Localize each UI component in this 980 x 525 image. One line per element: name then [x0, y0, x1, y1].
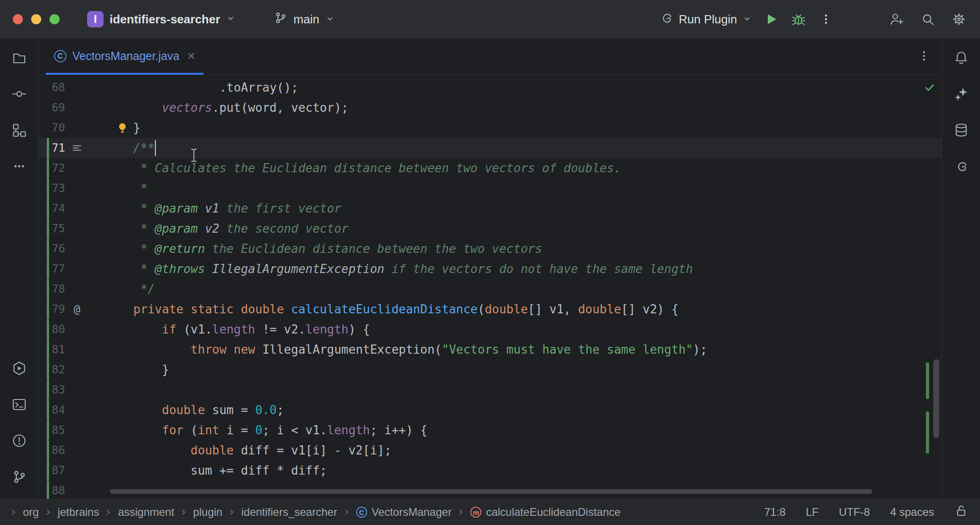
line-number[interactable]: 74 [50, 202, 65, 215]
project-tool-button[interactable] [9, 48, 29, 68]
vcs-change-marker[interactable] [47, 440, 49, 460]
run-config-selector[interactable]: Run Plugin [659, 11, 752, 28]
line-number[interactable]: 72 [50, 162, 65, 175]
breadcrumb-class[interactable]: CVectorsManager [356, 506, 452, 519]
code-line-79[interactable]: 79@ private static double calculateEucli… [39, 299, 941, 319]
annotation-gutter-icon[interactable]: @ [65, 303, 89, 316]
vcs-change-marker[interactable] [47, 460, 49, 481]
version-control-tool-button[interactable] [9, 467, 29, 487]
branch-widget[interactable]: main [274, 11, 334, 28]
breadcrumb-item[interactable]: org [23, 506, 39, 519]
code-line-84[interactable]: 84 double sum = 0.0; [39, 400, 941, 420]
vcs-change-marker[interactable] [47, 178, 49, 198]
vcs-change-marker[interactable] [47, 198, 49, 219]
close-window-button[interactable] [13, 14, 23, 24]
code-line-83[interactable]: 83 [39, 380, 941, 400]
code-line-73[interactable]: 73 * [39, 178, 941, 198]
line-number[interactable]: 83 [50, 383, 65, 396]
indent-widget[interactable]: 4 spaces [890, 506, 934, 519]
intention-bulb-icon[interactable] [116, 122, 128, 137]
encoding-widget[interactable]: UTF-8 [839, 506, 870, 519]
line-number[interactable]: 70 [50, 121, 65, 134]
terminal-tool-button[interactable] [9, 395, 29, 415]
gradle-tool-button[interactable] [951, 157, 971, 177]
line-number[interactable]: 77 [50, 262, 65, 275]
code-line-81[interactable]: 81 throw new IllegalArgumentException("V… [39, 339, 941, 360]
code-line-78[interactable]: 78 */ [39, 279, 941, 299]
code-line-76[interactable]: 76 * @return the Euclidean distance betw… [39, 239, 941, 259]
settings-gear-button[interactable] [949, 9, 969, 29]
editor-tab-vectorsmanager[interactable]: C VectorsManager.java × [46, 39, 204, 75]
vcs-change-marker[interactable] [47, 239, 49, 259]
fullscreen-window-button[interactable] [50, 14, 60, 24]
code-with-me-button[interactable] [886, 9, 907, 29]
code-line-86[interactable]: 86 double diff = v1[i] - v2[i]; [39, 440, 941, 460]
minimize-window-button[interactable] [31, 14, 41, 24]
code-line-75[interactable]: 75 * @param v2 the second vector [39, 219, 941, 239]
line-number[interactable]: 75 [50, 222, 65, 235]
line-number[interactable]: 80 [50, 323, 65, 336]
run-button[interactable] [761, 9, 781, 29]
line-number[interactable]: 71 [50, 142, 65, 154]
code-line-71[interactable]: 71 /** [39, 138, 941, 158]
code-line-70[interactable]: 70 } [39, 118, 941, 138]
line-number[interactable]: 85 [50, 424, 65, 437]
breadcrumb-item[interactable]: jetbrains [58, 506, 99, 519]
more-tools-button[interactable] [9, 157, 29, 177]
search-everywhere-button[interactable] [918, 9, 938, 29]
breadcrumb-item[interactable]: VectorsManager [372, 506, 452, 519]
commit-tool-button[interactable] [9, 84, 29, 104]
tab-options-kebab-icon[interactable] [918, 49, 930, 64]
vcs-change-marker[interactable] [47, 279, 49, 299]
database-tool-button[interactable] [951, 120, 971, 141]
line-number[interactable]: 78 [50, 283, 65, 295]
line-separator-widget[interactable]: LF [806, 506, 819, 519]
tab-close-icon[interactable]: × [187, 50, 195, 62]
code-line-85[interactable]: 85 for (int i = 0; i < v1.length; i++) { [39, 420, 941, 440]
vertical-scrollbar[interactable] [933, 359, 939, 438]
line-number[interactable]: 87 [50, 464, 65, 477]
vcs-change-marker[interactable] [47, 138, 49, 158]
breadcrumb-item[interactable]: assignment [118, 506, 174, 519]
code-line-82[interactable]: 82 } [39, 360, 941, 380]
vcs-change-marker[interactable] [47, 481, 49, 499]
line-number[interactable]: 86 [50, 444, 65, 457]
line-number[interactable]: 81 [50, 343, 65, 356]
vcs-change-marker[interactable] [47, 400, 49, 420]
breadcrumb-item[interactable]: calculateEuclideanDistance [486, 506, 621, 519]
project-widget[interactable]: I identifiers-searcher [87, 11, 235, 27]
line-number[interactable]: 88 [50, 484, 65, 497]
code-line-77[interactable]: 77 * @throws IllegalArgumentException if… [39, 259, 941, 279]
analysis-change-marker[interactable] [926, 362, 929, 399]
vcs-change-marker[interactable] [47, 380, 49, 400]
problems-tool-button[interactable] [9, 431, 29, 451]
inspections-status-widget[interactable] [923, 81, 936, 97]
breadcrumb-method[interactable]: mcalculateEuclideanDistance [470, 506, 621, 519]
code-line-87[interactable]: 87 sum += diff * diff; [39, 460, 941, 481]
line-number[interactable]: 69 [50, 101, 65, 114]
ai-assistant-button[interactable] [951, 84, 971, 104]
notifications-button[interactable] [951, 48, 971, 68]
line-number[interactable]: 73 [50, 182, 65, 195]
code-line-68[interactable]: 68 .toArray(); [39, 77, 941, 98]
code-editor[interactable]: 68 .toArray();69 vectors.put(word, vecto… [39, 75, 941, 499]
run-tool-button[interactable] [9, 359, 29, 379]
vcs-change-marker[interactable] [47, 219, 49, 239]
analysis-change-marker[interactable] [926, 411, 929, 454]
code-line-80[interactable]: 80 if (v1.length != v2.length) { [39, 319, 941, 339]
code-line-69[interactable]: 69 vectors.put(word, vector); [39, 98, 941, 118]
line-number[interactable]: 82 [50, 363, 65, 376]
line-number[interactable]: 79 [50, 303, 65, 316]
vcs-change-marker[interactable] [47, 420, 49, 440]
line-number[interactable]: 84 [50, 404, 65, 416]
line-number[interactable]: 76 [50, 242, 65, 255]
structure-tool-button[interactable] [9, 120, 29, 141]
file-lock-icon[interactable] [954, 504, 968, 520]
more-actions-button[interactable] [816, 9, 836, 29]
caret-position-widget[interactable]: 71:8 [764, 506, 786, 519]
line-number[interactable]: 68 [50, 81, 65, 94]
horizontal-scrollbar[interactable] [110, 489, 872, 494]
breadcrumb-item[interactable]: plugin [193, 506, 222, 519]
vcs-change-marker[interactable] [47, 259, 49, 279]
vcs-change-marker[interactable] [47, 339, 49, 360]
